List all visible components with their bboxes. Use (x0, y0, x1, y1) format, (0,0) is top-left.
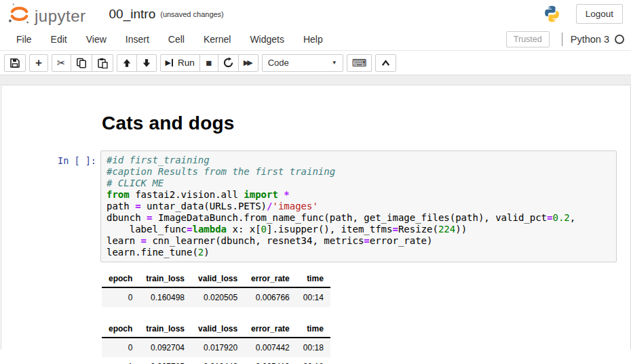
menu-insert[interactable]: Insert (116, 29, 159, 49)
autosave-status: (unsaved changes) (160, 10, 224, 18)
table-cell: 0 (102, 338, 139, 357)
table-cell: 00:18 (297, 338, 330, 357)
column-header: error_rate (244, 321, 297, 338)
code-lines: #id first_training#caption Results from … (107, 155, 611, 258)
interrupt-kernel-button[interactable]: ■ (199, 54, 218, 72)
kernel-name: Python 3 (571, 34, 609, 45)
table-cell: 0.012449 (191, 357, 244, 364)
markdown-cell[interactable]: Cats and dogs (102, 113, 617, 134)
separator (562, 33, 562, 46)
cell-type-select[interactable]: Code ▼ (262, 54, 343, 72)
notebook-header: jupyter 00_intro (unsaved changes) Logou… (0, 0, 631, 28)
table-cell: 0.160498 (139, 287, 191, 307)
insert-cell-below-button[interactable]: + (29, 54, 48, 72)
refresh-icon (223, 58, 233, 68)
cut-cell-button[interactable]: ✂ (52, 54, 71, 72)
menu-cell[interactable]: Cell (159, 29, 194, 49)
cell-type-value: Code (268, 58, 289, 68)
plus-icon: + (35, 57, 42, 68)
menu-file[interactable]: File (7, 29, 41, 49)
toolbar: + ✂ (0, 51, 631, 75)
table-cell: 0.020505 (191, 287, 244, 307)
jupyter-logo[interactable]: jupyter (8, 3, 86, 25)
restart-run-all-button[interactable]: ▶▶ (238, 54, 259, 72)
fast-forward-icon: ▶▶ (244, 59, 253, 66)
arrow-up-icon (122, 58, 132, 68)
notebook-heading: Cats and dogs (102, 113, 617, 134)
table-row: 10.0277850.0124490.00541300:18 (102, 357, 330, 364)
column-header: time (297, 321, 330, 338)
table-cell: 0 (102, 287, 139, 307)
notebook-container: Cats and dogs In [ ]: #id first_training… (1, 85, 631, 350)
table-cell: 0.027785 (139, 357, 191, 364)
trusted-badge[interactable]: Trusted (506, 31, 550, 47)
notebook-title[interactable]: 00_intro (109, 7, 156, 22)
step-forward-bar-icon (172, 59, 173, 66)
table-cell: 1 (102, 357, 139, 364)
menu-kernel[interactable]: Kernel (194, 29, 240, 49)
scissors-icon: ✂ (57, 58, 66, 68)
table-cell: 00:18 (297, 357, 330, 364)
table-cell: 0.007442 (244, 338, 297, 357)
column-header: time (297, 271, 330, 287)
step-forward-icon: ▶ (166, 59, 171, 66)
menu-edit[interactable]: Edit (41, 29, 77, 49)
code-cell: In [ ]: #id first_training#caption Resul… (58, 150, 617, 262)
move-cell-up-button[interactable] (117, 54, 137, 72)
table-cell: 0.006766 (244, 287, 297, 307)
table-row: 00.1604980.0205050.00676600:14 (102, 287, 330, 307)
table-cell: 0.005413 (244, 357, 297, 364)
column-header: valid_loss (191, 321, 244, 338)
stop-icon: ■ (206, 58, 212, 68)
column-header: train_loss (139, 321, 191, 338)
menu-widgets[interactable]: Widgets (240, 29, 294, 49)
table-cell: 0.017920 (191, 338, 244, 357)
column-header: train_loss (139, 271, 191, 287)
arrow-down-icon (142, 58, 151, 68)
copy-icon (76, 58, 87, 68)
move-cell-down-button[interactable] (136, 54, 157, 72)
copy-cell-button[interactable] (71, 54, 92, 72)
input-prompt: In [ ]: (58, 150, 100, 166)
table-cell: 00:14 (297, 287, 330, 307)
run-label: Run (178, 58, 195, 68)
command-palette-button[interactable]: ⌨ (347, 54, 372, 72)
caret-down-icon: ▼ (332, 60, 337, 66)
save-button[interactable] (4, 54, 26, 72)
menu-view[interactable]: View (77, 29, 116, 49)
menu-help[interactable]: Help (294, 29, 332, 49)
column-header: error_rate (244, 271, 297, 287)
jupyter-wordmark: jupyter (35, 7, 86, 25)
training-results-table-1: epochtrain_lossvalid_losserror_ratetime0… (102, 271, 330, 307)
keyboard-icon: ⌨ (352, 58, 367, 68)
chevron-up-icon (381, 58, 391, 68)
page-background-strip (0, 75, 631, 85)
column-header: epoch (102, 271, 139, 287)
run-cell-button[interactable]: ▶ Run (160, 54, 200, 72)
table-row: 00.0927040.0179200.00744200:18 (102, 338, 330, 357)
save-icon (9, 58, 20, 68)
logout-button[interactable]: Logout (576, 4, 623, 24)
python-logo-icon (543, 5, 561, 23)
menu-bar: File Edit View Insert Cell Kernel Widget… (0, 28, 631, 51)
column-header: epoch (102, 321, 139, 338)
paste-icon (97, 58, 108, 68)
restart-kernel-button[interactable] (218, 54, 239, 72)
output-area: epochtrain_lossvalid_losserror_ratetime0… (102, 262, 617, 364)
column-header: valid_loss (191, 271, 244, 287)
kernel-idle-indicator-icon (615, 35, 624, 44)
paste-cell-button[interactable] (92, 54, 113, 72)
code-editor[interactable]: #id first_training#caption Results from … (100, 150, 617, 262)
jupyter-logo-icon (8, 3, 31, 25)
table-cell: 0.092704 (139, 338, 191, 357)
collapse-toolbar-button[interactable] (375, 54, 396, 72)
training-results-table-2: epochtrain_lossvalid_losserror_ratetime0… (102, 321, 330, 364)
